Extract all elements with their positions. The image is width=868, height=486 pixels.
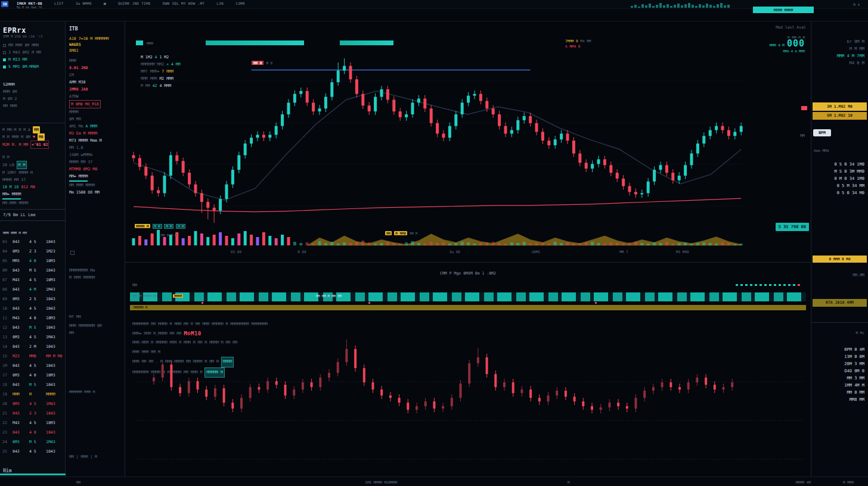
mini-chip[interactable]: M M bbox=[164, 224, 173, 229]
table-row[interactable]: 250434 51043 bbox=[2, 447, 66, 456]
label bbox=[3, 51, 6, 54]
menu-item-1[interactable]: LIST bbox=[54, 1, 64, 5]
buy-button-secondary[interactable]: 5M 1.M92 10 bbox=[813, 112, 867, 120]
price-ladder-row[interactable]: 0 5 M 34 MM bbox=[811, 182, 868, 189]
watchlist-info-row[interactable]: M M MMM M 0M♥M0 bbox=[2, 133, 49, 141]
watchlist-check-item[interactable]: 3 M43 0M2 M MM bbox=[3, 49, 41, 56]
label: MM= MMMM bbox=[2, 191, 21, 200]
table-row[interactable]: 200M34 51M43 bbox=[2, 399, 66, 409]
watchlist-check-item[interactable]: M M23 MM bbox=[3, 56, 41, 63]
price-ladder-row[interactable]: 0 M 0 34 1M0 bbox=[811, 175, 868, 182]
annotation-badge: MM 0 bbox=[252, 61, 264, 65]
label: 1M43 bbox=[46, 437, 66, 447]
table-row[interactable]: 170M34 010M3 bbox=[2, 370, 66, 380]
menu-item-5[interactable]: OWN SQL MY NOW .MT bbox=[163, 1, 204, 5]
watchlist-check-item[interactable]: 5 MM1 0M-MM0M bbox=[3, 63, 41, 70]
label: MM bbox=[33, 126, 40, 133]
table-row[interactable]: 07M434 510M3 bbox=[2, 275, 66, 285]
table-row[interactable]: 030434 51043 bbox=[2, 237, 66, 247]
timeframe-chip[interactable] bbox=[136, 40, 143, 45]
analysis-line: MMM MM MM . M MMM-MMMM MM MMMM M MM MMMM… bbox=[132, 357, 268, 367]
last-price-pill[interactable]: 5 35 790 00 bbox=[776, 223, 809, 231]
x-axis-label: 20MS bbox=[531, 250, 540, 254]
table-row[interactable]: 18043M 51043 bbox=[2, 380, 66, 390]
label: 4 0 bbox=[29, 256, 44, 266]
primary-cta-button[interactable]: M8MM MMMM bbox=[753, 7, 814, 13]
quote-row[interactable]: 13M 0 0M bbox=[811, 353, 868, 360]
watchlist-panel: EPRrx IMM M 250 00 (10 '/3 MM MMM 0M MMM… bbox=[0, 21, 66, 476]
main-chart-panel[interactable]: Mad last Aval MMM M 1M241 M2MMMMMM'MM2+ … bbox=[125, 21, 811, 262]
label: MMM= MMM M_MMMM MM MM bbox=[132, 329, 181, 339]
mini-chip[interactable]: M M bbox=[153, 224, 162, 229]
price-ladder-row[interactable]: M 5 0 3M MM0 bbox=[811, 168, 868, 175]
table-row[interactable]: 12043M 51043 bbox=[2, 323, 66, 332]
table-row[interactable]: 05MM34 010M3 bbox=[2, 256, 66, 266]
detail-row: 4M1 MmA MMM bbox=[69, 123, 102, 130]
table-row[interactable]: 090M32 51043 bbox=[2, 294, 66, 304]
buy-button[interactable]: 3M 1.M92 M0 bbox=[813, 102, 867, 111]
alert-row[interactable]: 0 MMM 0 MO bbox=[813, 256, 867, 263]
label: 1043 bbox=[46, 380, 66, 390]
quote-row[interactable]: MM8 MM bbox=[811, 396, 868, 403]
quote-row[interactable]: 0PM 0 4M bbox=[811, 346, 868, 353]
table-row[interactable]: 100434 51043 bbox=[2, 304, 66, 313]
main-chart-canvas[interactable] bbox=[125, 21, 811, 263]
progress-bar-2[interactable] bbox=[340, 40, 393, 45]
table-row[interactable]: 15M23MM0MM M M0 bbox=[2, 351, 66, 361]
label: 0M bbox=[2, 266, 10, 275]
menu-item-0[interactable]: IMKM MKT-0B bbox=[17, 1, 42, 5]
pagination[interactable]: MM | MMM | M bbox=[69, 454, 97, 459]
table-row[interactable]: 140432 M1043 bbox=[2, 342, 66, 351]
table-row[interactable]: 22M434 510M3 bbox=[2, 418, 66, 428]
watchlist-row[interactable]: M 0M 2 bbox=[3, 95, 17, 102]
rta-row[interactable]: RTA J010 4MM bbox=[813, 299, 867, 307]
table-row[interactable]: 19MMMMMMMM bbox=[2, 390, 66, 399]
event-badge[interactable]: M MM0 bbox=[394, 231, 407, 235]
tool-icon[interactable] bbox=[70, 251, 75, 255]
label: 043 bbox=[13, 237, 27, 247]
watchlist-check-item[interactable]: MM MMM 0M MMM bbox=[3, 42, 41, 49]
ribbon-band[interactable]: MMMMM M bbox=[130, 305, 806, 310]
quote-row[interactable]: MM 0 MM bbox=[811, 389, 868, 396]
watchlist-row[interactable]: MM MMM bbox=[3, 102, 17, 110]
menu-item-7[interactable]: 13M8 bbox=[235, 1, 245, 5]
table-row[interactable]: 11M434 010M3 bbox=[2, 313, 66, 323]
table-row[interactable]: 210432 31043 bbox=[2, 409, 66, 418]
quote-row[interactable]: 20M 3 MM bbox=[811, 360, 868, 367]
table-row[interactable]: 1M0434 51043 bbox=[2, 361, 66, 370]
price-ladder-row[interactable]: 0 5 0 34 M0 bbox=[811, 189, 868, 197]
price-ladder-row[interactable]: 0 5 0 34 1M0 bbox=[811, 161, 868, 168]
progress-bar[interactable] bbox=[206, 40, 304, 45]
quote-row[interactable]: 1MM 4M M bbox=[811, 382, 868, 389]
detail-row: MM 1.0 bbox=[69, 144, 102, 151]
mode-button[interactable]: BPM bbox=[813, 129, 831, 136]
watchlist-info-row[interactable]: M2M M. M MM+'01 02 bbox=[2, 141, 49, 149]
menu-item-6[interactable]: LIN bbox=[216, 1, 224, 5]
orderbook-header[interactable]: 7/9 0m LL Lme bbox=[0, 209, 66, 221]
quote-row[interactable]: O4O 0M 0 bbox=[811, 367, 868, 375]
table-row[interactable]: 230434 01043 bbox=[2, 428, 66, 437]
heatmap-band[interactable] bbox=[130, 292, 806, 301]
watchlist-row[interactable]: MMM 0M bbox=[3, 88, 17, 95]
label: 2 5 bbox=[29, 294, 44, 304]
watchlist-row[interactable]: 52MMM bbox=[3, 81, 17, 88]
watchlist-info-row[interactable]: M MM-M M M AMM bbox=[2, 126, 49, 133]
event-badge[interactable]: MM bbox=[385, 231, 392, 235]
table-row[interactable]: 130M34 51M43 bbox=[2, 332, 66, 342]
quote-row[interactable]: MM 3 MM bbox=[811, 375, 868, 382]
mini-chip[interactable]: M M bbox=[176, 224, 185, 229]
label: MMMM bbox=[221, 357, 234, 367]
table-row[interactable]: 240M3M 51M43 bbox=[2, 437, 66, 447]
label: 10M3 bbox=[46, 418, 66, 428]
label: M43 bbox=[13, 275, 27, 285]
detail-row: ATMW bbox=[69, 93, 102, 100]
table-row[interactable]: 080434 M1M43 bbox=[2, 285, 66, 294]
menu-item-3[interactable]: ▦ bbox=[104, 1, 106, 5]
table-row[interactable]: 040M32 31M23 bbox=[2, 247, 66, 256]
menu-item-4[interactable]: QUIMK JNO TIME bbox=[118, 1, 151, 5]
table-row[interactable]: 0M043M 51043 bbox=[2, 266, 66, 275]
menu-item-2[interactable]: 3a NMME bbox=[76, 1, 92, 5]
label: MMMMMMM MM MMMM M MMM MM M MM MMM MMMMM … bbox=[132, 320, 268, 329]
volume-badge[interactable]: MMMM M bbox=[135, 224, 150, 228]
app-logo-icon[interactable]: IB bbox=[1, 1, 8, 7]
